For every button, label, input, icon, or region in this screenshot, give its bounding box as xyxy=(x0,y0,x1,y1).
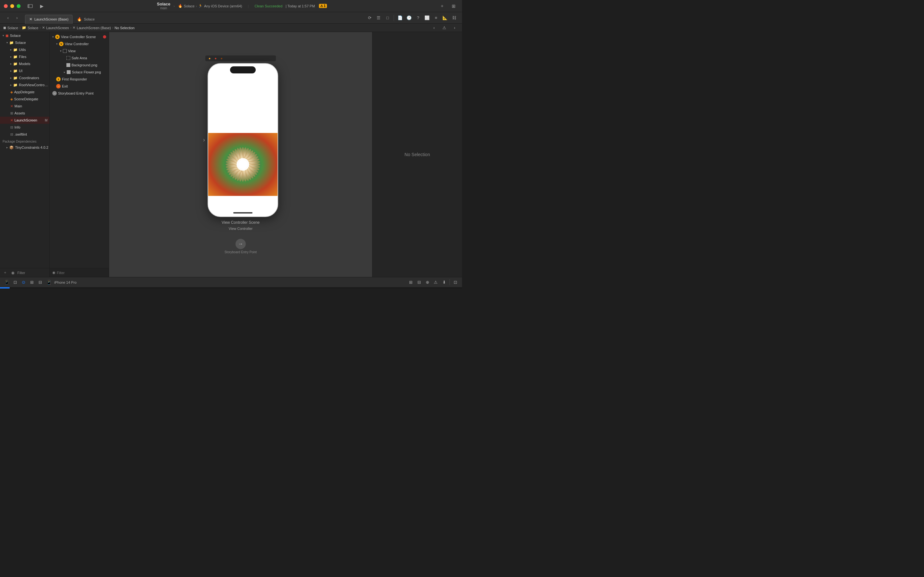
bc-back-button[interactable]: ‹ xyxy=(430,24,438,32)
entry-point-block: → Storyboard Entry Point xyxy=(225,239,257,254)
sidebar-item-info[interactable]: ⊟ Info xyxy=(0,124,49,131)
view-icon xyxy=(63,49,67,53)
bc-sb2-icon: ✕ xyxy=(73,26,75,30)
sidebar-item-main[interactable]: ✕ Main xyxy=(0,103,49,110)
phone-notch xyxy=(230,66,256,73)
back-button[interactable]: ‹ xyxy=(4,14,12,22)
zoom-select-button[interactable]: ⊟ xyxy=(415,279,423,285)
add-button[interactable]: ＋ xyxy=(438,3,447,10)
view-label: View xyxy=(68,49,76,53)
sidebar-toggle-button[interactable] xyxy=(26,3,35,10)
help-button[interactable]: ? xyxy=(414,14,422,22)
sidebar-item-utils[interactable]: ▸ 📁 Utils xyxy=(0,46,49,53)
minimize-button[interactable] xyxy=(10,4,14,8)
safe-area-icon xyxy=(66,56,70,60)
project-name: Solace xyxy=(157,2,170,7)
filter-input[interactable] xyxy=(57,271,106,275)
background-label: Background.png xyxy=(71,63,97,67)
tab-close-icon[interactable]: ✕ xyxy=(29,17,32,21)
sidebar-item-solace-folder[interactable]: ▾ 📁 Solace xyxy=(0,39,49,46)
warning-bottom-button[interactable]: ⚠ xyxy=(432,279,439,285)
outline-safe-area[interactable]: Safe Area xyxy=(50,55,109,61)
zoom-fit-button[interactable]: ⊞ xyxy=(407,279,414,285)
image-icon xyxy=(66,63,70,67)
adjust-button[interactable]: ⊡ xyxy=(452,279,459,285)
tab-launchscreen[interactable]: ✕ LaunchScreen (Base) xyxy=(25,15,73,24)
device-circle-button[interactable]: ⊙ xyxy=(20,279,27,285)
inspector-button[interactable]: □ xyxy=(383,14,392,22)
sidebar-item-coordinators[interactable]: ▸ 📁 Coordinators xyxy=(0,74,49,81)
filter-label: Filter xyxy=(17,271,25,275)
storyboard-icon: ✕ xyxy=(10,118,13,122)
bc-solace-2[interactable]: Solace xyxy=(27,26,39,30)
tab-fire-icon: 🔥 xyxy=(77,17,82,21)
sidebar-item-files[interactable]: ▸ 📁 Files xyxy=(0,53,49,60)
bc-launchscreen[interactable]: LaunchScreen xyxy=(46,26,69,30)
sidebar-item-ui[interactable]: ▸ 📁 UI xyxy=(0,67,49,74)
appdelegate-label: AppDelegate xyxy=(14,90,35,94)
flower-label: Solace Flower.png xyxy=(72,70,101,74)
tab-label: LaunchScreen (Base) xyxy=(34,17,68,21)
download-button[interactable]: ⬇ xyxy=(441,279,447,285)
project-branch: main xyxy=(160,6,167,10)
warning-badge[interactable]: ⚠ 1 xyxy=(319,4,327,8)
device-alt-button[interactable]: ⊡ xyxy=(11,279,19,285)
tab-bar: ✕ LaunchScreen (Base) 🔥 Solace xyxy=(24,12,363,24)
add-file-button[interactable]: ＋ xyxy=(2,269,8,276)
device-frame-button[interactable]: ⊞ xyxy=(28,279,35,285)
maximize-button[interactable] xyxy=(17,4,21,8)
bc-runner-icon: 🏃 xyxy=(198,4,203,8)
clock-button[interactable]: 🕐 xyxy=(405,14,413,22)
outline-flower[interactable]: ▸ Solace Flower.png xyxy=(50,69,109,76)
refresh-button[interactable]: ⟳ xyxy=(365,14,374,22)
entry-row: → xyxy=(236,239,246,249)
outline-background[interactable]: Background.png xyxy=(50,61,109,69)
outline-entry-point[interactable]: → Storyboard Entry Point xyxy=(50,90,109,97)
bc-warn-button[interactable]: ⚠ xyxy=(440,24,449,32)
outline-vc-scene[interactable]: ▾ S View Controller Scene xyxy=(50,33,109,40)
forward-button[interactable]: › xyxy=(13,14,21,22)
link-button[interactable]: ⛓ xyxy=(450,14,458,22)
zoom-alt-button[interactable]: ⊕ xyxy=(424,279,431,285)
sidebar-item-appdelegate[interactable]: ◈ AppDelegate xyxy=(0,89,49,95)
chevron-right-icon: ▸ xyxy=(10,55,12,58)
bc-solace[interactable]: Solace xyxy=(7,26,18,30)
new-file-button[interactable]: 📄 xyxy=(396,14,404,22)
sidebar-item-launchscreen[interactable]: ✕ LaunchScreen M xyxy=(0,117,49,124)
widget-button[interactable]: ⬜ xyxy=(423,14,431,22)
tab-solace[interactable]: 🔥 Solace xyxy=(73,15,99,24)
list-button[interactable]: ☰ xyxy=(375,14,383,22)
sidebar-item-rootvc[interactable]: ▸ 📁 RootViewContro… xyxy=(0,81,49,89)
device-split-button[interactable]: ⊟ xyxy=(37,279,44,285)
chevron-right-icon: ▸ xyxy=(10,69,12,73)
scene-arrow-icon: › xyxy=(203,137,205,143)
scene-title-label: View Controller Scene xyxy=(222,220,260,225)
sidebar-item-scenedelegate[interactable]: ◈ SceneDelegate xyxy=(0,95,49,103)
filter-icon-button[interactable]: ◉ xyxy=(10,269,16,276)
bc-fwd-button[interactable]: › xyxy=(451,24,459,32)
close-button[interactable] xyxy=(4,4,8,8)
bc-solace-icon: ◼ xyxy=(3,26,6,30)
run-button[interactable]: ▶ xyxy=(37,3,46,10)
outline-first-responder[interactable]: 1 First Responder xyxy=(50,76,109,83)
layout-button[interactable]: ⊞ xyxy=(449,3,458,10)
chevron-right-icon: ▸ xyxy=(6,146,8,149)
outline-view[interactable]: ▾ View xyxy=(50,47,109,55)
sidebar-item-swiftlint[interactable]: ⊟ .swiftlint xyxy=(0,131,49,138)
sidebar-item-tinyconstraints[interactable]: ▸ 📦 TinyConstraints 4.0.2 xyxy=(0,144,49,151)
sidebar-item-assets[interactable]: ⊞ Assets xyxy=(0,110,49,117)
device-portrait-button[interactable]: 📱 xyxy=(3,279,10,285)
bc-device: Any iOS Device (arm64) xyxy=(204,4,242,8)
tab-solace-label: Solace xyxy=(84,17,95,21)
attr-button[interactable]: ≡ xyxy=(432,14,440,22)
package-deps-label: Package Dependencies xyxy=(0,138,49,144)
ruler-button[interactable]: 📐 xyxy=(441,14,449,22)
entry-point-icon: → xyxy=(52,91,57,95)
first-responder-icon: 1 xyxy=(56,77,61,81)
sidebar-item-models[interactable]: ▸ 📁 Models xyxy=(0,60,49,67)
sidebar-item-root-solace[interactable]: ▾ ◼ Solace xyxy=(0,32,49,39)
outline-vc[interactable]: ▾ V View Controller xyxy=(50,40,109,47)
svg-point-24 xyxy=(238,160,247,169)
bc-launchscreen-base[interactable]: LaunchScreen (Base) xyxy=(77,26,111,30)
outline-exit[interactable]: → Exit xyxy=(50,83,109,90)
